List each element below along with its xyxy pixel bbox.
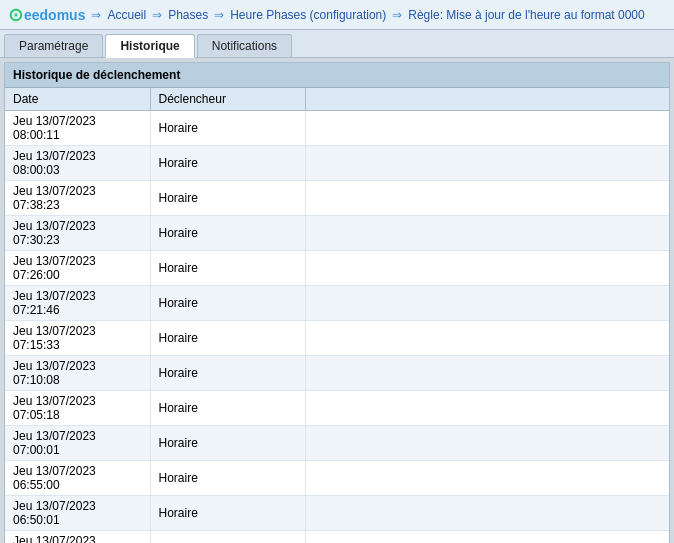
cell-date: Jeu 13/07/2023 07:38:23 (5, 181, 150, 216)
cell-date: Jeu 13/07/2023 07:00:01 (5, 426, 150, 461)
tab-parametrage[interactable]: Paramétrage (4, 34, 103, 57)
cell-extra (305, 496, 669, 531)
col-header-trigger: Déclencheur (150, 88, 305, 111)
cell-trigger: Horaire (150, 321, 305, 356)
table-row: Jeu 13/07/2023 06:50:01Horaire (5, 496, 669, 531)
cell-date: Jeu 13/07/2023 06:55:00 (5, 461, 150, 496)
nav-arrow-2: ⇒ (152, 8, 162, 22)
table-row: Jeu 13/07/2023 07:15:33Horaire (5, 321, 669, 356)
cell-date: Jeu 13/07/2023 07:15:33 (5, 321, 150, 356)
nav-arrow-4: ⇒ (392, 8, 402, 22)
history-table: Date Déclencheur Jeu 13/07/2023 08:00:11… (5, 88, 669, 543)
nav-arrow-1: ⇒ (91, 8, 101, 22)
nav-heure-phases[interactable]: Heure Phases (configuration) (230, 8, 386, 22)
cell-trigger: Horaire (150, 356, 305, 391)
cell-extra (305, 181, 669, 216)
cell-date: Jeu 13/07/2023 06:45:00 (5, 531, 150, 544)
col-header-date: Date (5, 88, 150, 111)
cell-trigger: Horaire (150, 391, 305, 426)
cell-extra (305, 216, 669, 251)
main-content: Historique de déclenchement Date Déclenc… (4, 62, 670, 543)
nav-phases[interactable]: Phases (168, 8, 208, 22)
cell-extra (305, 426, 669, 461)
cell-date: Jeu 13/07/2023 08:00:03 (5, 146, 150, 181)
cell-trigger: Horaire (150, 111, 305, 146)
table-body: Jeu 13/07/2023 08:00:11HoraireJeu 13/07/… (5, 111, 669, 544)
cell-trigger: Horaire (150, 251, 305, 286)
cell-date: Jeu 13/07/2023 07:30:23 (5, 216, 150, 251)
cell-date: Jeu 13/07/2023 06:50:01 (5, 496, 150, 531)
cell-extra (305, 321, 669, 356)
cell-trigger: Horaire (150, 181, 305, 216)
nav-accueil[interactable]: Accueil (107, 8, 146, 22)
cell-extra (305, 461, 669, 496)
cell-date: Jeu 13/07/2023 08:00:11 (5, 111, 150, 146)
cell-extra (305, 286, 669, 321)
logo-circle: ⊙ (8, 4, 23, 26)
cell-trigger: Horaire (150, 286, 305, 321)
tab-notifications[interactable]: Notifications (197, 34, 292, 57)
col-header-extra (305, 88, 669, 111)
cell-date: Jeu 13/07/2023 07:26:00 (5, 251, 150, 286)
table-row: Jeu 13/07/2023 06:55:00Horaire (5, 461, 669, 496)
cell-extra (305, 111, 669, 146)
cell-extra (305, 391, 669, 426)
cell-trigger: Horaire (150, 531, 305, 544)
cell-trigger: Horaire (150, 146, 305, 181)
cell-extra (305, 251, 669, 286)
table-row: Jeu 13/07/2023 07:38:23Horaire (5, 181, 669, 216)
table-row: Jeu 13/07/2023 07:05:18Horaire (5, 391, 669, 426)
table-row: Jeu 13/07/2023 07:26:00Horaire (5, 251, 669, 286)
table-row: Jeu 13/07/2023 08:00:11Horaire (5, 111, 669, 146)
tabs: Paramétrage Historique Notifications (0, 30, 674, 58)
cell-trigger: Horaire (150, 461, 305, 496)
tab-historique[interactable]: Historique (105, 34, 194, 58)
table-row: Jeu 13/07/2023 07:30:23Horaire (5, 216, 669, 251)
table-row: Jeu 13/07/2023 08:00:03Horaire (5, 146, 669, 181)
table-row: Jeu 13/07/2023 07:21:46Horaire (5, 286, 669, 321)
logo-text: eedomus (24, 7, 85, 23)
cell-date: Jeu 13/07/2023 07:05:18 (5, 391, 150, 426)
cell-date: Jeu 13/07/2023 07:10:08 (5, 356, 150, 391)
cell-trigger: Horaire (150, 216, 305, 251)
cell-extra (305, 531, 669, 544)
table-row: Jeu 13/07/2023 07:00:01Horaire (5, 426, 669, 461)
nav-arrow-3: ⇒ (214, 8, 224, 22)
table-row: Jeu 13/07/2023 07:10:08Horaire (5, 356, 669, 391)
cell-trigger: Horaire (150, 496, 305, 531)
cell-extra (305, 356, 669, 391)
topbar: ⊙ eedomus ⇒ Accueil ⇒ Phases ⇒ Heure Pha… (0, 0, 674, 30)
cell-extra (305, 146, 669, 181)
table-row: Jeu 13/07/2023 06:45:00Horaire (5, 531, 669, 544)
logo: ⊙ eedomus (8, 4, 85, 26)
nav-regle[interactable]: Règle: Mise à jour de l'heure au format … (408, 8, 644, 22)
section-title: Historique de déclenchement (5, 63, 669, 88)
cell-date: Jeu 13/07/2023 07:21:46 (5, 286, 150, 321)
cell-trigger: Horaire (150, 426, 305, 461)
